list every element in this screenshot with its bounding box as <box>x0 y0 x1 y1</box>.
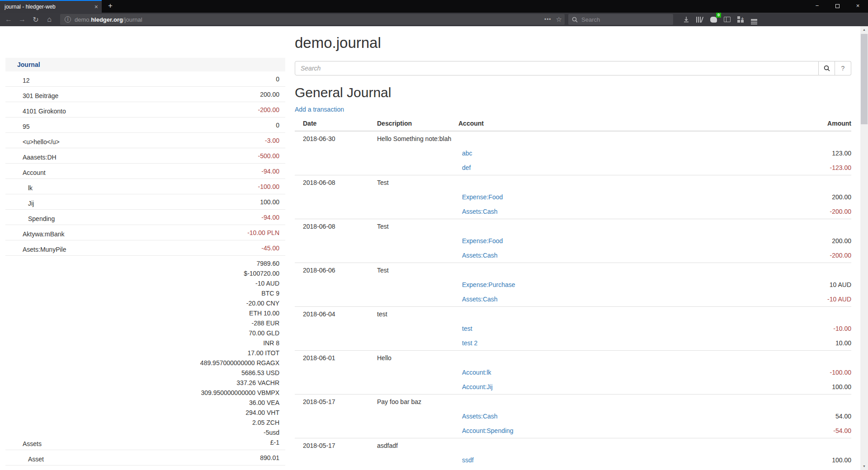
browser-tab[interactable]: journal - hledger-web × <box>0 0 102 13</box>
header-amount: Amount <box>779 120 851 127</box>
sidebar-account-link[interactable]: Jij <box>5 200 260 207</box>
sidebar-journal-link[interactable]: Journal <box>17 61 40 68</box>
url-path: /journal <box>123 16 142 23</box>
balance-amount: 489.957000000000 RGAGX <box>200 358 279 368</box>
balance-amount: -10 AUD <box>200 278 279 288</box>
search-icon <box>572 17 578 23</box>
window-minimize-button[interactable]: − <box>807 0 827 13</box>
window-restore-button[interactable] <box>827 0 848 13</box>
page-title: demo.journal <box>295 34 851 52</box>
scroll-up-icon[interactable]: ▲ <box>860 26 868 33</box>
sidebar-account-link[interactable]: 95 <box>5 123 276 130</box>
posting-account-link[interactable]: Expense:Food <box>458 237 503 244</box>
transaction-title-row[interactable]: 2018-06-08Test <box>295 219 851 234</box>
search-input[interactable] <box>295 61 819 75</box>
sidebar-account-link[interactable]: Aaasets:DH <box>5 154 258 161</box>
posting-row: Expense:Purchase10 AUD <box>295 277 851 292</box>
sidebar-account-link[interactable]: Aktywa:mBank <box>5 230 247 238</box>
posting-account-link[interactable]: Assets:Cash <box>458 413 498 420</box>
account-balance: -94.00 <box>261 212 279 222</box>
balance-amount: ETH 10.00 <box>200 308 279 318</box>
reload-icon[interactable]: ↻ <box>29 15 42 24</box>
posting-amount: 54.00 <box>779 413 851 420</box>
bookmark-star-icon[interactable]: ☆ <box>556 15 562 24</box>
page-scrollbar[interactable]: ▲ ▼ <box>860 26 868 470</box>
page-actions-icon[interactable]: ••• <box>544 16 552 23</box>
url-domain: hledger.org <box>91 16 123 23</box>
posting-row: Assets:Cash-10 AUD <box>295 292 851 306</box>
posting-account-link[interactable]: ssdf <box>458 456 474 464</box>
add-transaction-link[interactable]: Add a transaction <box>295 106 344 113</box>
url-bar[interactable]: i demo.hledger.org/journal ••• ☆ <box>60 14 565 25</box>
sidebar-account-row: 120 <box>5 71 285 86</box>
sidebar-toggle-icon[interactable] <box>720 14 734 25</box>
sidebar-account-link[interactable]: <u>hello</u> <box>5 138 265 146</box>
new-tab-button[interactable]: + <box>104 0 117 13</box>
search-help-button[interactable]: ? <box>835 61 851 75</box>
table-header-row: Date Description Account Amount <box>295 116 851 132</box>
sidebar-account-link[interactable]: 12 <box>5 77 276 84</box>
search-submit-button[interactable] <box>819 61 835 75</box>
sidebar-account-link[interactable]: Spending <box>5 215 261 222</box>
sidebar-account-link[interactable]: 301 Beiträge <box>5 92 260 99</box>
sidebar-account-link[interactable]: Account <box>5 169 261 176</box>
posting-account-link[interactable]: Assets:Cash <box>458 208 498 215</box>
url-prefix: demo. <box>75 16 91 23</box>
transaction-title-row[interactable]: 2018-06-08Test <box>295 175 851 190</box>
back-icon[interactable]: ← <box>2 15 15 24</box>
sidebar-account-row: 950 <box>5 117 285 132</box>
home-icon[interactable]: ⌂ <box>42 15 56 24</box>
balance-amount: 100.00 <box>260 197 279 207</box>
account-balance: -10.00 PLN <box>247 228 279 238</box>
menu-icon[interactable] <box>747 14 761 25</box>
transactions-table: Date Description Account Amount 2018-06-… <box>295 116 851 470</box>
posting-account-link[interactable]: Account:Jij <box>458 383 493 390</box>
posting-row: test-10.00 <box>295 321 851 336</box>
posting-amount: 200.00 <box>779 237 851 244</box>
posting-account-link[interactable]: Expense:Food <box>458 193 503 201</box>
sidebar-account-link[interactable]: Assets <box>5 440 200 447</box>
transaction-date: 2018-05-17 <box>295 398 377 405</box>
posting-account-link[interactable]: test <box>458 325 472 332</box>
posting-account-link[interactable]: abc <box>458 150 472 157</box>
header-date: Date <box>295 120 377 127</box>
site-info-icon[interactable]: i <box>65 16 71 23</box>
window-close-button[interactable]: × <box>848 0 868 13</box>
url-text[interactable]: demo.hledger.org/journal <box>75 16 544 23</box>
sidebar-account-link[interactable]: lk <box>5 184 258 192</box>
transaction-title-row[interactable]: 2018-06-04test <box>295 307 851 321</box>
tab-close-icon[interactable]: × <box>91 3 98 10</box>
posting-row: Assets:Cash-200.00 <box>295 204 851 219</box>
posting-account-link[interactable]: Assets:Cash <box>458 252 498 259</box>
scroll-down-icon[interactable]: ▼ <box>860 463 868 470</box>
transaction-title-row[interactable]: 2018-05-17Pay foo bar baz <box>295 395 851 409</box>
download-icon[interactable] <box>679 14 693 25</box>
transaction-date: 2018-06-30 <box>295 135 377 142</box>
posting-account-link[interactable]: test 2 <box>458 339 477 347</box>
apps-grid-icon[interactable]: + <box>734 14 747 25</box>
posting-account-link[interactable]: Expense:Purchase <box>458 281 515 288</box>
balance-amount: 685.50 <box>246 468 279 470</box>
tab-title: journal - hledger-web <box>5 4 91 10</box>
transaction-title-row[interactable]: 2018-06-01Hello <box>295 351 851 365</box>
posting-amount: -10 AUD <box>779 296 851 303</box>
posting-row: ssdf100.00 <box>295 453 851 467</box>
account-balance: -100.00 <box>258 182 279 192</box>
posting-account-link[interactable]: Assets:Cash <box>458 296 498 303</box>
toolbar-search-box[interactable]: Search <box>568 14 673 25</box>
forward-icon[interactable]: → <box>15 15 29 24</box>
posting-account-link[interactable]: Account:Spending <box>458 427 514 434</box>
transaction-title-row[interactable]: 2018-05-17asdfadf <box>295 438 851 453</box>
extension-icon[interactable]: 0 <box>707 14 720 25</box>
posting-account-link[interactable]: Account:lk <box>458 369 491 376</box>
balance-amount: 294.00 VHT <box>200 408 279 418</box>
sidebar-account-link[interactable]: 4101 Girokonto <box>5 108 258 115</box>
transaction-title-row[interactable]: 2018-06-30Hello Something note:blah <box>295 132 851 146</box>
library-icon[interactable] <box>693 14 707 25</box>
scrollbar-thumb[interactable] <box>861 34 868 124</box>
sidebar-account-link[interactable]: Asset <box>5 456 260 463</box>
sidebar-account-link[interactable]: Asets:MunyPile <box>5 246 261 253</box>
transaction-title-row[interactable]: 2018-06-06Test <box>295 263 851 277</box>
balance-amount: $-100720.00 <box>200 268 279 278</box>
posting-account-link[interactable]: def <box>458 164 471 171</box>
